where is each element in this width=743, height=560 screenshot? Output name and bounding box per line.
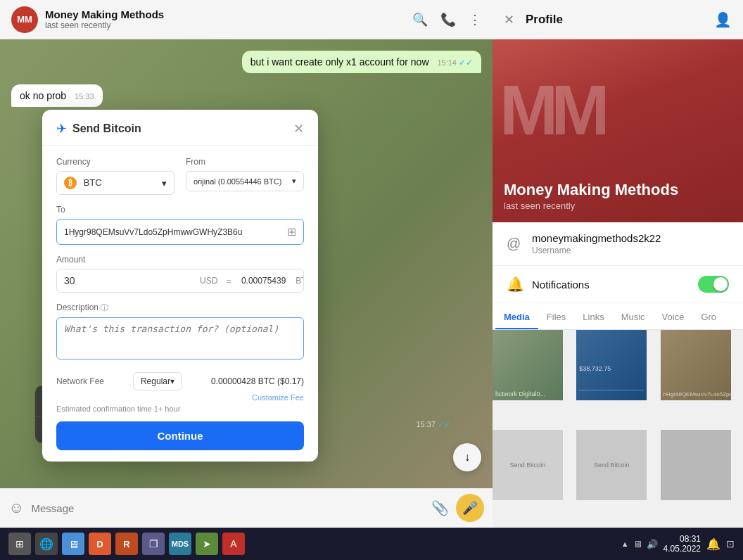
continue-button[interactable]: Continue	[56, 421, 304, 450]
modal-close-button[interactable]: ✕	[293, 121, 304, 136]
profile-name-block: Money Making Methods last seen recently	[504, 181, 678, 211]
from-select[interactable]: orijinal (0.00554446 BTC)	[186, 171, 304, 191]
btc-value: 0.00075439	[241, 276, 286, 286]
arrow-up-icon[interactable]: ▲	[621, 540, 629, 548]
paper-plane-icon: ✈	[56, 121, 67, 136]
document-taskbar-icon[interactable]: D	[89, 533, 111, 555]
profile-close-button[interactable]: ✕	[504, 12, 514, 27]
to-field: To ⊞	[56, 205, 304, 245]
tab-files[interactable]: Files	[538, 303, 574, 329]
notifications-icon: 🔔	[507, 276, 532, 293]
equals-sign: =	[223, 276, 234, 286]
profile-header: ✕ Profile 👤	[493, 0, 743, 39]
media-item[interactable]: Send Bitcoin	[493, 430, 563, 500]
notifications-toggle[interactable]	[698, 276, 729, 293]
taskbar: ⊞ 🌐 🖥 D R ❐ MDS ➤ A ▲ 🖥 🔊 08:31 4.05.202…	[0, 528, 743, 560]
incoming-message: ok no prob 15:33	[11, 84, 103, 107]
btc-icon: ₿	[64, 177, 77, 189]
apps-button[interactable]: ⊞	[8, 533, 31, 555]
avatar-initials: MM	[17, 14, 32, 25]
btc-amount: 0.00075439	[234, 270, 293, 291]
reader-icon: R	[123, 539, 129, 549]
tab-media[interactable]: Media	[495, 303, 538, 329]
to-input-row: ⊞	[56, 219, 304, 245]
copy-taskbar-icon[interactable]: ❐	[142, 533, 165, 555]
profile-cover-letters: MM	[500, 75, 603, 145]
to-label: To	[56, 205, 304, 215]
tab-groups[interactable]: Gro	[692, 303, 725, 329]
to-address-input[interactable]	[57, 222, 280, 243]
scroll-down-button[interactable]: ↓	[453, 443, 481, 471]
profile-edit-icon[interactable]: 👤	[714, 11, 732, 28]
profile-title: Profile	[526, 13, 714, 27]
username-icon: @	[507, 236, 532, 252]
chat-header: MM Money Making Methods last seen recent…	[0, 0, 493, 39]
media-item[interactable]: hctwork Digital0...	[493, 330, 563, 400]
tab-links[interactable]: Links	[574, 303, 612, 329]
red-taskbar-icon[interactable]: A	[222, 533, 245, 555]
mds-taskbar-icon[interactable]: MDS	[169, 533, 191, 555]
username-value: moneymakingmethods2k22	[532, 232, 729, 244]
document-icon: D	[96, 539, 103, 549]
currency-select[interactable]: ₿ BTC	[56, 171, 174, 195]
username-label: Username	[532, 246, 729, 255]
chevron-down-icon	[170, 376, 174, 386]
tab-music[interactable]: Music	[613, 303, 654, 329]
monitor-icon[interactable]: 🖥	[633, 539, 642, 549]
media-item[interactable]	[661, 430, 731, 500]
call-icon[interactable]: 📞	[440, 12, 456, 27]
more-icon[interactable]: ⋮	[469, 12, 481, 27]
from-label: From	[186, 157, 304, 167]
notifications-label: Notifications	[532, 279, 698, 291]
toggle-knob	[713, 277, 728, 291]
media-item[interactable]: hHgr98QEMsuVv7Ldo5ZpHm...	[661, 330, 731, 400]
media-item[interactable]: Send Bitcoin	[576, 430, 647, 500]
chat-subtitle: last seen recently	[45, 20, 412, 30]
reader-taskbar-icon[interactable]: R	[115, 533, 138, 555]
macos-taskbar-icon[interactable]: 🖥	[62, 533, 84, 555]
profile-cover: MM Money Making Methods last seen recent…	[493, 39, 743, 222]
amount-input[interactable]	[57, 269, 194, 292]
chat-panel: MM Money Making Methods last seen recent…	[0, 0, 493, 528]
volume-icon[interactable]: 🔊	[647, 539, 658, 549]
time-value: 15:14	[437, 58, 457, 67]
attach-icon[interactable]: 📎	[431, 499, 449, 516]
currency-from-row: Currency ₿ BTC From orijinal (0.0055	[56, 157, 304, 195]
modal-body: Currency ₿ BTC From orijinal (0.0055	[42, 146, 318, 462]
description-field: Description ⓘ	[56, 303, 304, 362]
media-item[interactable]: $38,732.75	[576, 330, 647, 400]
media-tabs: Media Files Links Music Voice Gro	[493, 303, 743, 330]
expand-icon[interactable]: ⊡	[726, 538, 735, 549]
chat-header-info: Money Making Methods last seen recently	[45, 8, 412, 30]
description-input[interactable]	[56, 317, 304, 359]
customize-fee-link[interactable]: Customize Fee	[56, 393, 304, 402]
amount-currency: USD	[194, 276, 223, 286]
notifications-taskbar-icon[interactable]: 🔔	[706, 537, 720, 551]
system-icons: ▲ 🖥 🔊	[621, 539, 658, 549]
qr-icon[interactable]: ⊞	[280, 219, 303, 244]
chat-header-icons: 🔍 📞 ⋮	[412, 12, 481, 27]
profile-last-seen: last seen recently	[504, 201, 678, 211]
taskbar-clock[interactable]: 08:31 4.05.2022	[663, 534, 701, 554]
from-value: orijinal (0.00554446 BTC)	[193, 177, 281, 186]
tab-voice[interactable]: Voice	[654, 303, 693, 329]
amount-row: USD = 0.00075439 BTC	[56, 269, 304, 293]
network-fee-select[interactable]: Regular	[133, 372, 182, 390]
description-label: Description ⓘ	[56, 303, 304, 313]
search-icon[interactable]: 🔍	[412, 12, 428, 27]
currency-field: Currency ₿ BTC	[56, 157, 174, 195]
chrome-taskbar-icon[interactable]: 🌐	[35, 533, 58, 555]
message-input[interactable]	[31, 502, 424, 514]
ts-value: 15:37	[416, 420, 436, 428]
chevron-down-icon: ↓	[464, 451, 470, 464]
username-content: moneymakingmethods2k22 Username	[532, 232, 729, 255]
desc-label-text: Description	[56, 303, 99, 312]
profile-panel: ✕ Profile 👤 MM Money Making Methods last…	[493, 0, 743, 528]
arrow-taskbar-icon[interactable]: ➤	[196, 533, 218, 555]
mic-button[interactable]: 🎤	[456, 494, 484, 522]
emoji-icon[interactable]: ☺	[8, 499, 24, 517]
amount-label: Amount	[56, 255, 304, 265]
chat-messages: but i want create only x1 account for no…	[0, 39, 493, 528]
time-value: 15:33	[75, 92, 94, 101]
message-time: 15:33	[75, 92, 94, 101]
